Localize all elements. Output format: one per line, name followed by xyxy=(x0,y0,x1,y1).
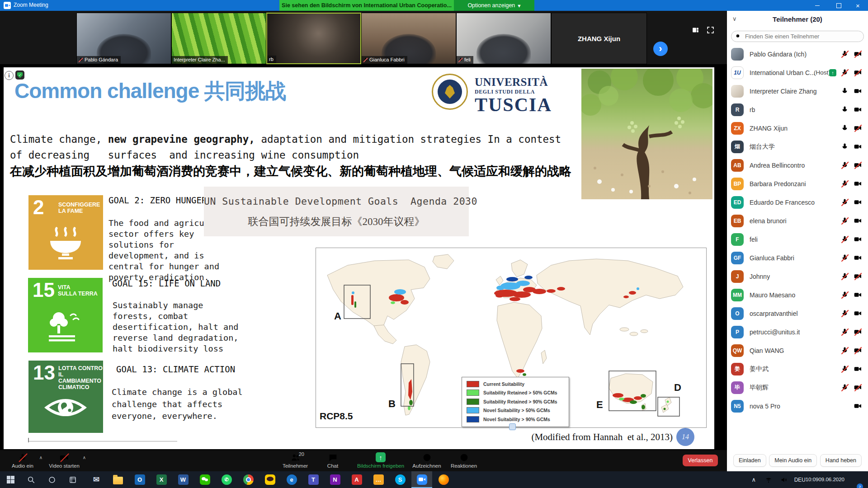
goal15-body-line: forests, combat xyxy=(113,311,188,321)
sdg-number: 13 xyxy=(33,361,55,384)
maximize-icon xyxy=(836,3,841,8)
video-tile-claire[interactable]: Interpreter Claire Zha... xyxy=(171,13,266,64)
video-tile-pablo[interactable]: Pablo Gándara xyxy=(76,13,171,64)
unmute-my-audio-button[interactable]: Mein Audio ein xyxy=(769,454,817,467)
camera-icon xyxy=(854,69,862,76)
participant-name: Interpreter Claire Zhang xyxy=(750,88,817,95)
record-button[interactable]: Aufzeichnen xyxy=(406,451,448,469)
leave-meeting-button[interactable]: Verlassen xyxy=(683,455,718,466)
participants-button[interactable]: 20 Teilnehmer xyxy=(274,451,317,469)
avatar: MM xyxy=(731,289,744,301)
avatar: 姜 xyxy=(731,363,744,375)
participant-name: Mauro Maesano xyxy=(750,291,795,299)
participant-row[interactable]: EB elena brunori xyxy=(727,211,868,230)
gallery-view-icon[interactable] xyxy=(692,26,699,36)
invite-button[interactable]: Einladen xyxy=(733,454,766,467)
legend-swatch xyxy=(467,399,479,405)
fullscreen-icon[interactable] xyxy=(707,26,714,36)
participant-row[interactable]: 烟 烟台大学 xyxy=(727,137,868,156)
participant-name: nova 5 Pro xyxy=(750,403,780,410)
participant-name: petrucci@unitus.it xyxy=(750,328,800,336)
video-button[interactable]: Video starten ∧ xyxy=(43,451,85,469)
sdg-label: LOTTA CONTROIL CAMBIAMENTOCLIMATICO xyxy=(58,365,103,390)
maximize-button[interactable] xyxy=(829,0,849,11)
avatar: P xyxy=(731,326,744,338)
participant-row[interactable]: N5 nova 5 Pro xyxy=(727,397,868,415)
participant-row[interactable]: MM Mauro Maesano xyxy=(727,286,868,304)
participant-row[interactable]: R rb xyxy=(727,100,868,119)
audio-button[interactable]: Audio ein ∧ xyxy=(4,451,42,469)
mic-icon xyxy=(841,143,849,150)
goal15-body-line: desertification, halt and xyxy=(113,322,238,332)
legend-drag-handle[interactable] xyxy=(509,423,516,430)
mic-icon xyxy=(841,161,849,169)
video-options-caret[interactable]: ∧ xyxy=(83,455,86,460)
goal13-body-line: Climate change is a global xyxy=(112,387,243,397)
participant-row[interactable]: F feli xyxy=(727,230,868,249)
participant-row[interactable]: Pablo Gándara (Ich) xyxy=(727,45,868,63)
camera-icon xyxy=(854,272,862,280)
mic-icon xyxy=(841,124,849,132)
mic-icon xyxy=(841,106,849,113)
university-subtitle: DEGLI STUDI DELLA xyxy=(475,89,552,95)
un-sdg-line1: UN Sustainable Development Goals Agenda … xyxy=(204,196,469,207)
participant-name: 姜中武 xyxy=(750,365,769,373)
video-tile-zhang-xijun[interactable]: ZHANG Xijun xyxy=(551,13,647,64)
participant-row[interactable]: ZX ZHANG Xijun xyxy=(727,119,868,137)
chat-button[interactable]: Chat xyxy=(318,451,348,469)
reactions-button[interactable]: Reaktionen xyxy=(449,451,479,469)
video-tile-name: Gianluca Fabbri xyxy=(369,57,405,62)
minimize-button[interactable] xyxy=(807,0,827,11)
legend-row: Novel Suitability > 50% GCMs xyxy=(462,406,569,415)
search-input[interactable] xyxy=(744,33,859,40)
participant-list: Pablo Gándara (Ich) 1U International Urb… xyxy=(727,45,868,415)
share-screen-button[interactable]: ↑ Bildschirm freigeben xyxy=(351,451,410,469)
video-tile-rb[interactable]: rb xyxy=(266,13,361,64)
audio-options-caret[interactable]: ∧ xyxy=(39,455,42,460)
video-tile-name: ZHANG Xijun xyxy=(578,35,620,42)
goal13-heading: GOAL 13: CLIMATE ACTION xyxy=(116,364,235,374)
panel-title: Teilnehmer (20) xyxy=(727,15,868,23)
close-button[interactable]: × xyxy=(848,0,868,11)
next-participants-button[interactable]: › xyxy=(653,42,668,56)
participant-row[interactable]: BP Barbara Predonzani xyxy=(727,174,868,193)
un-sdg-box: UN Sustainable Development Goals Agenda … xyxy=(204,187,469,236)
sdg-number: 2 xyxy=(33,196,44,219)
muted-mic-icon xyxy=(458,57,463,62)
video-tile-feli[interactable]: feli xyxy=(456,13,551,64)
participant-row[interactable]: Interpreter Claire Zhang xyxy=(727,82,868,100)
goal2-body-line: central for hunger and xyxy=(108,262,219,271)
info-icon[interactable]: i xyxy=(5,71,14,80)
participant-row[interactable]: QW Qian WANG xyxy=(727,341,868,360)
screen-share-banner: Sie sehen den Bildschirm von Internation… xyxy=(279,0,454,11)
participant-row[interactable]: O oscarpratvanthiel xyxy=(727,304,868,323)
avatar: J xyxy=(731,270,744,283)
goal13-body-line: everyone, everywhere. xyxy=(112,411,217,421)
participant-row[interactable]: ED Eduardo De Francesco xyxy=(727,193,868,211)
participant-name: Andrea Bellincontro xyxy=(750,162,805,169)
video-tile-gianluca[interactable]: Gianluca Fabbri xyxy=(361,13,456,64)
participant-row[interactable]: GF Gianluca Fabbri xyxy=(727,249,868,267)
participant-name: Qian WANG xyxy=(750,347,784,354)
camera-icon xyxy=(854,50,862,58)
sdg-tile-13: 13 LOTTA CONTROIL CAMBIAMENTOCLIMATICO xyxy=(28,361,103,433)
avatar: EB xyxy=(731,215,744,227)
participant-row[interactable]: 1U International Urban C... (Host) ↑ xyxy=(727,63,868,82)
participant-search[interactable] xyxy=(731,31,864,42)
raise-hand-button[interactable]: Hand heben xyxy=(820,454,862,467)
notification-center-icon[interactable]: 2 xyxy=(0,471,860,488)
participant-row[interactable]: 姜 姜中武 xyxy=(727,360,868,378)
avatar: F xyxy=(731,233,744,246)
participant-name: oscarpratvanthiel xyxy=(750,310,798,317)
legend-row: Novel Suitability > 90% GCMs xyxy=(462,415,569,424)
avatar: ZX xyxy=(731,122,744,135)
participant-row[interactable]: AB Andrea Bellincontro xyxy=(727,156,868,174)
participant-row[interactable]: P petrucci@unitus.it xyxy=(727,323,868,341)
bowl-icon xyxy=(43,224,88,263)
search-icon xyxy=(736,33,741,39)
participant-row[interactable]: 毕 毕朝辉 xyxy=(727,378,868,397)
slide-horizontal-scrollbar[interactable] xyxy=(28,438,177,441)
map-region-b: B xyxy=(388,398,396,410)
share-options-button[interactable]: Optionen anzeigen▾ xyxy=(454,0,534,11)
participant-row[interactable]: J Johnny xyxy=(727,267,868,286)
